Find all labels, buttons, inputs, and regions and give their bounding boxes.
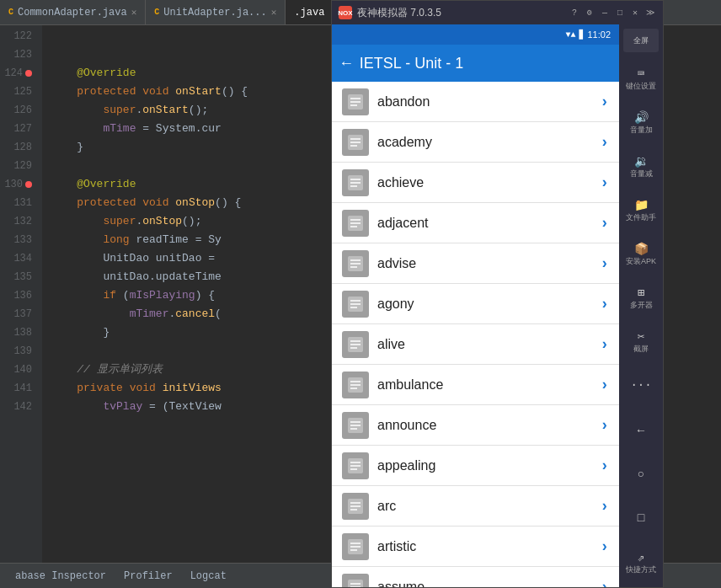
- word-item-alive[interactable]: alive ›: [332, 324, 619, 365]
- word-text: alive: [377, 337, 591, 352]
- help-button[interactable]: ?: [569, 7, 580, 19]
- emulator-main: ▼▲ ▊ 11:02 ← IETSL - Unit - 1 abandon ›: [332, 24, 663, 587]
- nav-home-button[interactable]: ○: [621, 453, 661, 495]
- emulator-controls: ? ⚙ — □ ✕ ≫: [569, 7, 656, 19]
- close-button[interactable]: ✕: [629, 7, 641, 19]
- tab-close-icon[interactable]: ✕: [131, 3, 137, 22]
- word-icon: [342, 452, 369, 479]
- word-text: abandon: [377, 94, 591, 110]
- chevron-right-icon: ›: [600, 174, 609, 191]
- screenshot-label: 截屏: [633, 345, 649, 354]
- word-icon: [342, 412, 369, 439]
- wifi-icon: ▼▲: [565, 30, 575, 40]
- minimize-button[interactable]: —: [599, 7, 611, 19]
- chevron-right-icon: ›: [600, 296, 609, 313]
- nox-icon: NOX: [339, 6, 352, 19]
- word-icon: [342, 372, 369, 398]
- tab-close-icon-2[interactable]: ✕: [271, 3, 277, 22]
- status-icons: ▼▲ ▊ 11:02: [565, 29, 611, 40]
- chevron-right-icon: ›: [600, 134, 609, 151]
- chevron-right-icon: ›: [600, 215, 609, 232]
- word-icon: [342, 169, 369, 196]
- word-item-arc[interactable]: arc ›: [332, 486, 619, 527]
- word-item-achieve[interactable]: achieve ›: [332, 163, 619, 203]
- word-text: appealing: [377, 458, 591, 473]
- word-item-abandon[interactable]: abandon ›: [332, 82, 619, 122]
- word-icon: [342, 331, 369, 358]
- file-label: 文件助手: [626, 214, 656, 222]
- emulator-sidebar: 全屏 ⌨ 键位设置 🔊 音量加 🔉 音量减 📁 文件助手 📦 安装APK: [619, 24, 663, 587]
- chevron-right-icon: ›: [600, 417, 609, 434]
- apk-label: 安装APK: [626, 258, 656, 266]
- tab-logcat[interactable]: Logcat: [184, 565, 233, 587]
- keyboard-button[interactable]: ⌨ 键位设置: [621, 57, 661, 99]
- word-text: academy: [377, 135, 591, 150]
- status-time: 11:02: [587, 29, 611, 40]
- tab-database-inspector[interactable]: abase Inspector: [8, 565, 113, 587]
- word-icon: [342, 493, 369, 520]
- word-item-adjacent[interactable]: adjacent ›: [332, 203, 619, 243]
- tab-common-adapter[interactable]: C CommonAdapter.java ✕: [0, 0, 146, 24]
- tab-java[interactable]: .java: [286, 0, 334, 24]
- chevron-right-icon: ›: [600, 255, 609, 272]
- word-icon: [342, 533, 369, 560]
- file-helper-button[interactable]: 📁 文件助手: [621, 189, 661, 231]
- word-item-advise[interactable]: advise ›: [332, 243, 619, 284]
- word-icon: [342, 210, 369, 237]
- screenshot-button[interactable]: ✂ 截屏: [621, 320, 661, 362]
- more-icon: ···: [630, 378, 651, 392]
- file-icon: 📁: [634, 198, 649, 212]
- volume-up-button[interactable]: 🔊 音量加: [621, 101, 661, 143]
- multi-window-button[interactable]: ⊞ 多开器: [621, 276, 661, 318]
- chevron-right-icon: ›: [600, 457, 609, 474]
- word-item-artistic[interactable]: artistic ›: [332, 527, 619, 567]
- shortcuts-button[interactable]: ⇗ 快捷方式: [621, 541, 661, 583]
- chevron-right-icon: ›: [600, 94, 609, 110]
- install-apk-button[interactable]: 📦 安装APK: [621, 233, 661, 275]
- word-text: announce: [377, 418, 591, 433]
- volume-down-label: 音量减: [630, 170, 653, 179]
- emulator-titlebar: NOX 夜神模拟器 7.0.3.5 ? ⚙ — □ ✕ ≫: [332, 1, 663, 24]
- more-button[interactable]: ···: [621, 364, 661, 406]
- word-text: adjacent: [377, 216, 591, 231]
- nav-home-icon: ○: [638, 468, 644, 481]
- emulator-title: 夜神模拟器 7.0.3.5: [357, 6, 563, 20]
- fullscreen-button[interactable]: 全屏: [623, 29, 659, 52]
- nav-back-icon: ←: [638, 424, 644, 437]
- settings-button[interactable]: ⚙: [584, 7, 595, 19]
- word-item-academy[interactable]: academy ›: [332, 122, 619, 163]
- nav-recents-icon: □: [638, 511, 644, 525]
- word-text: assume: [377, 580, 591, 588]
- word-item-agony[interactable]: agony ›: [332, 284, 619, 324]
- apk-icon: 📦: [634, 242, 649, 256]
- tab-profiler[interactable]: Profiler: [117, 565, 179, 587]
- keyboard-icon: ⌨: [638, 67, 644, 81]
- word-item-assume[interactable]: assume ›: [332, 567, 619, 587]
- phone-screen: ▼▲ ▊ 11:02 ← IETSL - Unit - 1 abandon ›: [332, 24, 619, 587]
- expand-button[interactable]: ≫: [644, 7, 656, 19]
- word-list[interactable]: abandon › academy › achieve ›: [332, 82, 619, 587]
- back-button[interactable]: ←: [342, 55, 351, 72]
- nav-recents-button[interactable]: □: [621, 497, 661, 539]
- emulator-window: NOX 夜神模拟器 7.0.3.5 ? ⚙ — □ ✕ ≫ ▼▲ ▊ 11:02: [331, 0, 664, 588]
- java-icon: C: [8, 3, 13, 22]
- word-item-announce[interactable]: announce ›: [332, 405, 619, 446]
- java-icon-2: C: [154, 3, 159, 22]
- volume-up-label: 音量加: [630, 126, 653, 135]
- word-item-ambulance[interactable]: ambulance ›: [332, 365, 619, 405]
- breakpoint-icon: [25, 70, 32, 77]
- screenshot-icon: ✂: [638, 329, 644, 344]
- nav-back-button[interactable]: ←: [621, 409, 661, 452]
- volume-down-button[interactable]: 🔉 音量减: [621, 145, 661, 187]
- word-text: agony: [377, 297, 591, 312]
- chevron-right-icon: ›: [600, 336, 609, 353]
- maximize-button[interactable]: □: [614, 7, 626, 19]
- chevron-right-icon: ›: [600, 377, 609, 393]
- volume-up-icon: 🔊: [634, 110, 649, 125]
- keyboard-label: 键位设置: [626, 83, 656, 91]
- app-title: IETSL - Unit - 1: [360, 55, 609, 72]
- word-icon: [342, 88, 369, 115]
- tab-unit-adapter[interactable]: C UnitAdapter.ja... ✕: [146, 0, 286, 24]
- word-text: artistic: [377, 539, 591, 554]
- word-item-appealing[interactable]: appealing ›: [332, 446, 619, 486]
